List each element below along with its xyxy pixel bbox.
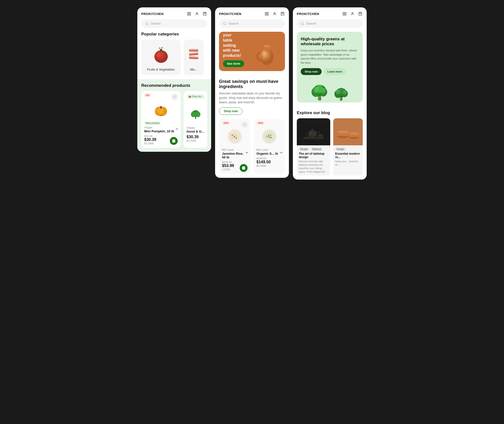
product-name-rice: Jasmine Rice, 50 lb [222, 152, 248, 159]
header-icons-1 [187, 11, 207, 16]
search-bar-3[interactable]: Search [297, 19, 363, 28]
svg-point-75 [343, 90, 347, 94]
blog-img-modern [333, 118, 363, 145]
product-img-seeds [256, 127, 282, 146]
products-scroll-1: -5% [141, 91, 207, 148]
pomegranate-icon [152, 45, 170, 64]
blog-card-body-tabletop: Design Tabletop The art of tabletop desi… [297, 145, 330, 176]
recommended-section-1: Recommended products -5% [137, 79, 211, 152]
add-to-cart-rice[interactable] [240, 164, 248, 172]
compare-icon-seeds[interactable]: ⇌ [280, 151, 283, 154]
blog-section: Explore our blog [293, 106, 367, 180]
header-3: PROKITCHEN [293, 7, 367, 19]
blog-card-tabletop[interactable]: Design Tabletop The art of tabletop desi… [297, 118, 330, 176]
svg-point-50 [268, 135, 269, 136]
product-cat-seeds: BIO Land [256, 148, 282, 151]
svg-point-29 [223, 22, 226, 24]
category-label-fruits: Fruits & Vegetables [145, 68, 177, 71]
cart-icon-2[interactable] [280, 11, 285, 16]
svg-point-60 [301, 22, 303, 24]
badge-rice: -50% [221, 121, 230, 125]
tea-set-svg [301, 121, 326, 143]
shop-now-btn-p3[interactable]: Shop now [301, 68, 322, 75]
search-icon-2 [223, 22, 226, 25]
promo-banner: Upgrade your table setting with new prod… [219, 32, 285, 71]
brand-logo-1: PROKITCHEN [141, 12, 164, 16]
cart-icon-1[interactable] [202, 11, 207, 16]
compare-icon-rice[interactable]: ⇌ [246, 151, 248, 154]
category-fruits[interactable]: Fruits & Vegetables [141, 40, 181, 75]
search-icon-3 [301, 22, 304, 25]
svg-point-69 [315, 87, 319, 91]
product-badge-pumpkin: -5% [144, 93, 151, 97]
current-price-broccoli: $30.39 [187, 135, 205, 139]
svg-point-85 [319, 134, 320, 136]
green-promo-buttons: Shop now Learn more [301, 68, 359, 75]
svg-rect-20 [160, 106, 162, 109]
svg-rect-68 [318, 96, 319, 101]
menu-icon-3[interactable] [342, 11, 347, 16]
category-img-meat [188, 44, 200, 66]
svg-point-9 [156, 52, 161, 58]
svg-rect-76 [340, 97, 342, 101]
blog-cards: Design Tabletop The art of tabletop desi… [297, 118, 363, 176]
blog-card-desc-modern: Keep your... forefront of... [335, 160, 361, 167]
header-icons-3 [342, 11, 363, 16]
search-bar-2[interactable]: Search [219, 19, 285, 28]
svg-point-53 [269, 137, 271, 138]
original-price-rice: $200.00 [222, 161, 248, 164]
svg-point-89 [349, 133, 359, 135]
svg-point-32 [263, 45, 270, 47]
svg-point-2 [146, 22, 148, 24]
broccoli-small-svg [189, 108, 202, 121]
search-bar-1[interactable]: Search [141, 19, 207, 28]
header-1: PROKITCHEN [137, 7, 211, 19]
category-label-meat: Me... [188, 68, 200, 71]
header-icons-2 [264, 11, 285, 16]
menu-icon-1[interactable] [187, 11, 191, 16]
product-img-pumpkin [144, 99, 178, 119]
menu-icon-2[interactable] [264, 11, 269, 16]
blog-card-modern[interactable]: Design Essential modern re... Keep your.… [333, 118, 363, 176]
blog-card-desc-tabletop: Discover how the right tabletop elements… [299, 160, 328, 174]
user-icon-1[interactable] [194, 11, 199, 16]
original-price-seeds: $299.00 [256, 157, 282, 160]
svg-point-52 [267, 137, 268, 138]
product-name-seeds: Organic S... lb [256, 152, 282, 155]
savings-section: Great savings on must-have ingredients D… [215, 75, 289, 119]
shop-now-btn-p2[interactable]: Shop now [219, 107, 242, 115]
user-icon-3[interactable] [350, 11, 355, 16]
broccoli-1-svg [309, 80, 330, 103]
cart-icon-3[interactable] [358, 11, 363, 16]
see-more-btn[interactable]: See more [223, 60, 244, 67]
product-cat-rice: BIO Land [222, 148, 248, 151]
meat-icon [188, 47, 200, 62]
svg-point-87 [337, 131, 349, 133]
price-unit-seeds: $2.99/lb [256, 164, 282, 167]
blog-card-title-tabletop: The art of tabletop design [299, 152, 328, 159]
categories-title-1: Popular categories [137, 32, 211, 40]
user-icon-2[interactable] [272, 11, 277, 16]
broccoli-2-svg [332, 83, 350, 103]
learn-more-btn-p3[interactable]: Learn more [324, 68, 346, 75]
phone-frame-1: PROKITCHEN Search Popular categories [137, 7, 211, 152]
clay-bowls-svg [336, 121, 360, 143]
savings-title: Great savings on must-have ingredients [219, 79, 285, 89]
category-meat[interactable]: Me... [184, 40, 204, 75]
product-category-broccoli: Veggie [187, 126, 205, 129]
compare-icon-pumpkin[interactable]: ⇌ [176, 127, 178, 131]
wishlist-btn-rice[interactable] [241, 121, 248, 128]
svg-point-21 [156, 108, 159, 113]
search-placeholder-2: Search [228, 22, 238, 25]
savings-desc: Discover unbeatable deals on your favori… [219, 91, 285, 105]
green-promo-banner: High-quality greens at wholesale prices … [297, 32, 363, 103]
svg-point-66 [321, 88, 325, 93]
blog-img-tabletop [297, 118, 330, 145]
rice-svg [226, 128, 243, 145]
wishlist-btn-pumpkin[interactable] [171, 93, 178, 100]
blog-title: Explore our blog [297, 110, 363, 115]
product-category-pumpkin: Veggie [144, 126, 178, 129]
svg-rect-6 [160, 49, 162, 52]
product-card-pumpkin: -5% [141, 91, 181, 148]
add-to-cart-pumpkin[interactable] [170, 137, 178, 145]
